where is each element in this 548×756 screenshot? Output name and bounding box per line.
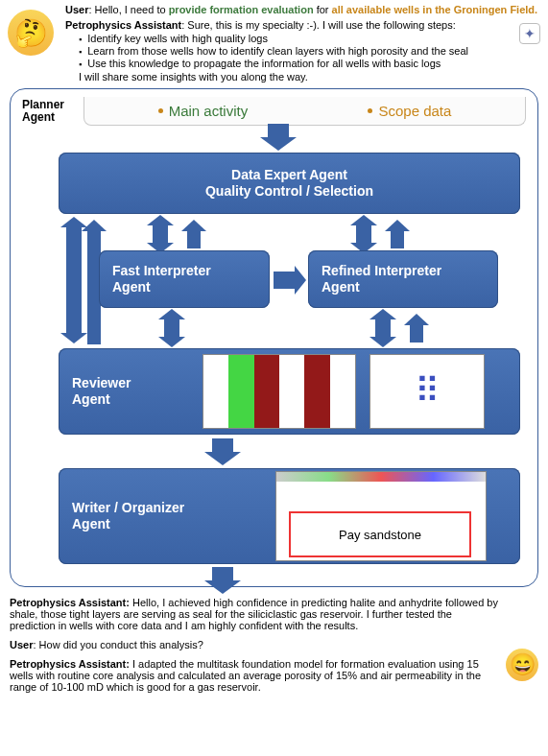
arrow-down-icon bbox=[268, 124, 289, 137]
step-item: Learn from those wells how to identify c… bbox=[79, 45, 538, 57]
conversation-bottom: 😄 Petrophysics Assistant: Hello, I achie… bbox=[10, 597, 538, 693]
scope-main-text: Main activity bbox=[169, 103, 249, 119]
fast-interpreter-agent: Fast InterpreterAgent bbox=[99, 250, 270, 308]
arrow-down-icon bbox=[212, 438, 233, 452]
assistant-steps-list: Identify key wells with high quality log… bbox=[79, 33, 538, 69]
refined-line2: Agent bbox=[322, 279, 360, 295]
user-followup-text: : How did you conduct this analysis? bbox=[33, 639, 203, 650]
scope-box: Main activity Scope data bbox=[83, 97, 526, 126]
assistant-label: Petrophysics Assistant bbox=[65, 19, 181, 31]
scope-data-text: Scope data bbox=[378, 103, 451, 119]
dot-icon bbox=[158, 108, 163, 113]
assistant-intro: Petrophysics Assistant: Sure, this is my… bbox=[65, 19, 538, 31]
user-text-mid: for bbox=[314, 4, 332, 15]
data-expert-line2: Quality Control / Selection bbox=[205, 183, 373, 199]
sparkle-icon: ✦ bbox=[519, 23, 540, 44]
log-panel-chart bbox=[203, 354, 356, 429]
arrow-double-vertical-icon bbox=[375, 319, 391, 337]
user-highlight-2: all available wells in the Groningen Fie… bbox=[332, 4, 538, 15]
user-text-pre: : Hello, I need to bbox=[88, 4, 168, 15]
conversation-top: 🤔 ✦ User: Hello, I need to provide forma… bbox=[65, 4, 538, 83]
arrow-double-vertical-icon bbox=[164, 319, 179, 337]
user-highlight-1: provide formation evaluation bbox=[169, 4, 314, 15]
writer-line1: Writer / Organizer bbox=[72, 500, 184, 515]
thinking-emoji-icon: 🤔 bbox=[8, 10, 54, 56]
arrow-up-icon bbox=[410, 325, 423, 343]
fast-line2: Agent bbox=[112, 279, 151, 295]
assistant-result-2: Petrophysics Assistant: I adapted the mu… bbox=[10, 658, 500, 693]
reviewer-line1: Reviewer bbox=[72, 375, 131, 390]
user-label: User bbox=[65, 4, 88, 15]
pay-sandstone-label: Pay sandstone bbox=[289, 511, 471, 557]
data-expert-line1: Data Expert Agent bbox=[231, 167, 347, 182]
arrow-double-vertical-icon bbox=[66, 227, 82, 333]
arrow-right-icon bbox=[274, 272, 295, 289]
reviewer-line2: Agent bbox=[72, 391, 110, 407]
arrow-up-icon bbox=[187, 231, 201, 248]
scope-main-activity: Main activity bbox=[158, 103, 249, 119]
user-label: User bbox=[10, 639, 33, 650]
agent-flowchart: Planner Agent Main activity Scope data D… bbox=[10, 88, 538, 587]
assistant-result-1: Petrophysics Assistant: Hello, I achieve… bbox=[10, 597, 500, 631]
arrow-up-icon bbox=[391, 231, 404, 248]
planner-agent-label: Planner Agent bbox=[22, 99, 76, 124]
dot-icon bbox=[368, 108, 372, 113]
step-item: Use this knowledge to propagate the info… bbox=[79, 58, 538, 69]
refined-line1: Refined Interpreter bbox=[322, 263, 441, 278]
arrow-double-vertical-icon bbox=[153, 225, 168, 243]
assistant-intro-text: : Sure, this is my specialty :-). I will… bbox=[181, 19, 456, 31]
user-followup: User: How did you conduct this analysis? bbox=[10, 639, 500, 650]
arrow-double-vertical-icon bbox=[356, 225, 371, 243]
laughing-emoji-icon: 😄 bbox=[506, 649, 538, 681]
assistant-label: Petrophysics Assistant: bbox=[10, 597, 130, 608]
scatter-plot-chart: ⠿ bbox=[369, 354, 485, 429]
arrow-down-icon bbox=[212, 567, 233, 580]
data-expert-agent: Data Expert AgentQuality Control / Selec… bbox=[59, 153, 520, 214]
assistant-closing: I will share some insights with you alon… bbox=[79, 71, 538, 83]
writer-line2: Agent bbox=[72, 516, 110, 532]
scope-data: Scope data bbox=[368, 103, 451, 119]
user-prompt: User: Hello, I need to provide formation… bbox=[65, 4, 538, 15]
assistant-label: Petrophysics Assistant: bbox=[10, 658, 130, 670]
fast-line1: Fast Interpreter bbox=[112, 263, 211, 278]
refined-interpreter-agent: Refined InterpreterAgent bbox=[308, 250, 498, 308]
step-item: Identify key wells with high quality log… bbox=[79, 33, 538, 44]
